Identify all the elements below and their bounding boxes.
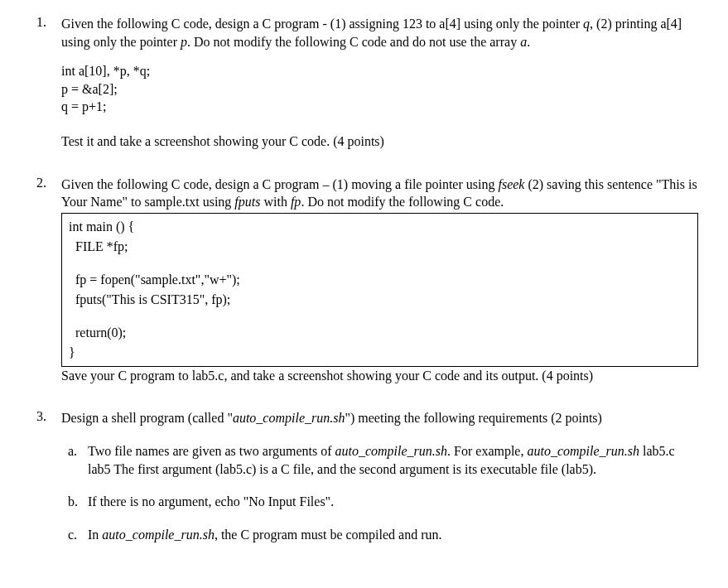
q1-intro: Given the following C code, design a C p… [61, 15, 698, 51]
q3-sublist: Two file names are given as two argument… [61, 442, 698, 543]
question-1: Given the following C code, design a C p… [30, 15, 698, 151]
question-3: Design a shell program (called "auto_com… [30, 409, 698, 543]
question-2: Given the following C code, design a C p… [30, 176, 698, 385]
code-line: q = p+1; [61, 98, 698, 116]
code-line: } [69, 343, 691, 363]
code-line: int main () { [69, 217, 691, 237]
q3-item-b: If there is no argument, echo "No Input … [61, 493, 698, 511]
q2-closing: Save your C program to lab5.c, and take … [61, 367, 698, 385]
q1-code: int a[10], *p, *q; p = &a[2]; q = p+1; [61, 62, 698, 116]
code-line: FILE *fp; [69, 237, 691, 257]
code-line: fp = fopen("sample.txt","w+"); [69, 270, 691, 290]
question-list: Given the following C code, design a C p… [30, 15, 698, 543]
code-line: return(0); [69, 323, 691, 343]
q3-item-c: In auto_compile_run.sh, the C program mu… [61, 526, 698, 544]
code-line: p = &a[2]; [61, 80, 698, 99]
code-line: int a[10], *p, *q; [61, 62, 698, 80]
q3-intro: Design a shell program (called "auto_com… [61, 409, 698, 427]
q2-intro: Given the following C code, design a C p… [61, 176, 698, 211]
code-line: fputs("This is CSIT315", fp); [69, 290, 691, 310]
q3-item-a: Two file names are given as two argument… [61, 442, 698, 478]
q1-closing: Test it and take a screenshot showing yo… [61, 133, 698, 151]
q2-code-box: int main () { FILE *fp; fp = fopen("samp… [61, 213, 698, 367]
